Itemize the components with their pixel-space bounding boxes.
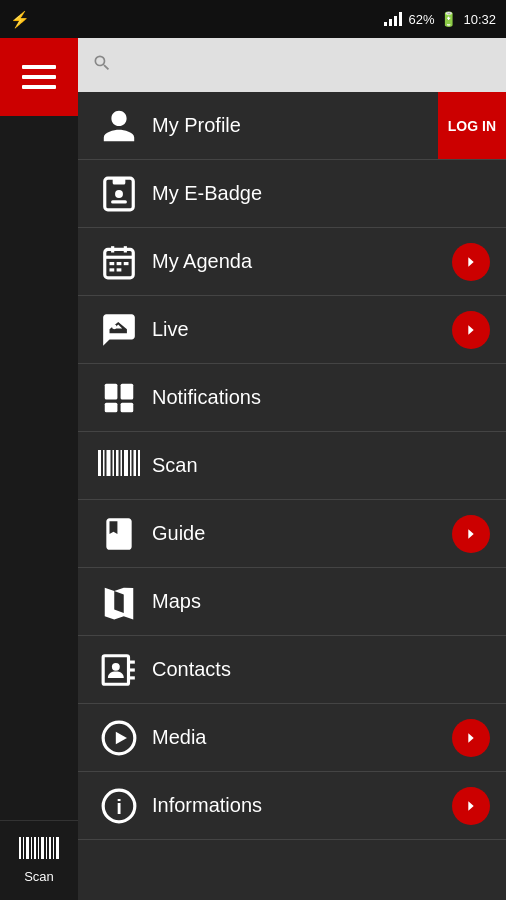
informations-icon: i [100,787,138,825]
search-input[interactable] [122,56,492,74]
svg-rect-29 [98,450,101,476]
scan-menu-label: Scan [152,454,490,477]
scan-label: Scan [24,869,54,884]
informations-label: Informations [152,794,452,817]
guide-icon [100,515,138,553]
live-chevron[interactable] [452,311,490,349]
maps-label: Maps [152,590,490,613]
svg-rect-34 [121,450,123,476]
svg-text:i: i [116,794,122,817]
live-icon-wrap [94,311,144,349]
signal-bar-1 [384,22,387,26]
media-label: Media [152,726,452,749]
svg-rect-5 [38,837,39,859]
menu-item-live[interactable]: Live [78,296,506,364]
svg-rect-0 [19,837,21,859]
agenda-icon-wrap [94,243,144,281]
ebadge-icon-wrap [94,175,144,213]
contacts-label: Contacts [152,658,490,681]
menu-list: My E-Badge My [78,160,506,900]
menu-item-guide[interactable]: Guide [78,500,506,568]
svg-rect-22 [110,268,115,271]
svg-marker-45 [116,731,127,744]
svg-rect-35 [124,450,128,476]
svg-rect-9 [53,837,54,859]
informations-icon-wrap: i [94,787,144,825]
svg-rect-31 [107,450,111,476]
search-icon [92,53,112,78]
sidebar: Scan [0,38,78,900]
signal-bars [384,12,402,26]
informations-chevron[interactable] [452,787,490,825]
svg-rect-27 [105,402,118,412]
battery-percent: 62% [408,12,434,27]
svg-rect-21 [124,262,129,265]
hamburger-line-1 [22,65,56,69]
status-bar-left: ⚡ [10,10,30,29]
live-label: Live [152,318,452,341]
svg-point-24 [112,324,117,329]
svg-rect-1 [23,837,24,859]
hamburger-line-2 [22,75,56,79]
main-layout: Scan My Profile LOG IN [0,38,506,900]
menu-item-informations[interactable]: i Informations [78,772,506,840]
menu-item-agenda[interactable]: My Agenda [78,228,506,296]
profile-row[interactable]: My Profile LOG IN [78,92,506,160]
menu-item-contacts[interactable]: Contacts [78,636,506,704]
svg-point-43 [112,662,120,670]
menu-item-maps[interactable]: Maps [78,568,506,636]
svg-rect-4 [34,837,36,859]
profile-icon-wrap [94,107,144,145]
svg-rect-38 [138,450,140,476]
scan-icon-wrap [94,450,144,482]
svg-rect-14 [111,200,127,203]
svg-point-13 [115,190,123,198]
svg-rect-8 [49,837,51,859]
svg-rect-2 [26,837,29,859]
svg-rect-33 [116,450,119,476]
menu-item-scan[interactable]: Scan [78,432,506,500]
guide-chevron[interactable] [452,515,490,553]
usb-icon: ⚡ [10,10,30,29]
svg-rect-30 [103,450,105,476]
agenda-chevron[interactable] [452,243,490,281]
svg-rect-12 [113,178,126,184]
menu-item-ebadge[interactable]: My E-Badge [78,160,506,228]
svg-rect-19 [110,262,115,265]
signal-bar-4 [399,12,402,26]
bottom-scan-button[interactable]: Scan [0,820,78,900]
svg-rect-23 [117,268,122,271]
menu-item-notifications[interactable]: Notifications [78,364,506,432]
svg-rect-32 [113,450,115,476]
svg-rect-10 [56,837,59,859]
content-area: My Profile LOG IN My E-Badge [78,38,506,900]
ebadge-icon [100,175,138,213]
hamburger-button[interactable] [0,38,78,116]
svg-rect-25 [105,383,118,399]
notifications-icon-wrap [94,379,144,417]
login-badge[interactable]: LOG IN [438,92,506,159]
svg-rect-20 [117,262,122,265]
time-display: 10:32 [463,12,496,27]
maps-icon-wrap [94,583,144,621]
agenda-label: My Agenda [152,250,452,273]
profile-icon [100,107,138,145]
ebadge-label: My E-Badge [152,182,490,205]
svg-rect-26 [121,383,134,399]
battery-icon: 🔋 [440,11,457,27]
media-icon [100,719,138,757]
menu-item-media[interactable]: Media [78,704,506,772]
contacts-icon [100,651,138,689]
svg-rect-37 [134,450,137,476]
search-bar [78,38,506,92]
live-icon [100,311,138,349]
guide-label: Guide [152,522,452,545]
media-chevron[interactable] [452,719,490,757]
svg-rect-7 [46,837,47,859]
scan-icon [98,450,140,482]
agenda-icon [100,243,138,281]
svg-rect-36 [130,450,132,476]
signal-bar-3 [394,16,397,26]
signal-bar-2 [389,19,392,26]
contacts-icon-wrap [94,651,144,689]
